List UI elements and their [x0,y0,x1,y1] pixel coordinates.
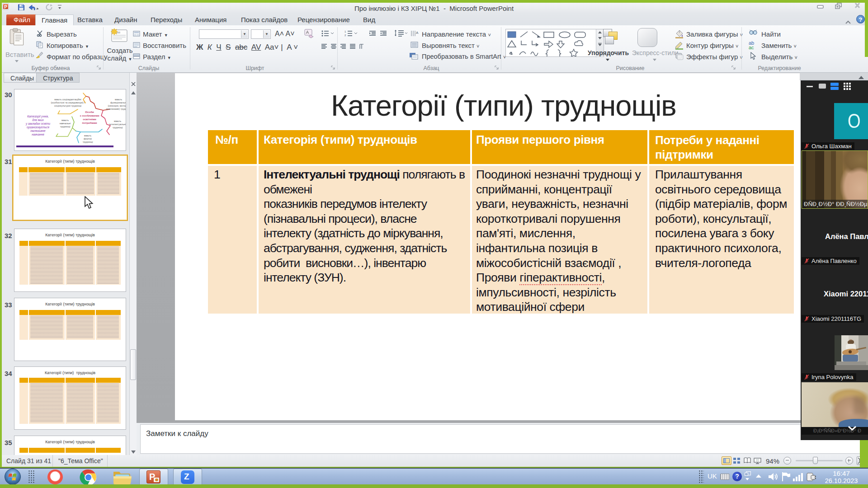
svg-text:фізичні: фізичні [84,137,92,140]
svg-text:2: 2 [344,34,346,37]
svg-text:(сенсорні, моторні,: (сенсорні, моторні, [108,104,126,107]
svg-text:мають: мають [115,98,122,101]
svg-text:Особи: Особи [85,110,94,113]
svg-text:мають: мають [84,134,91,137]
svg-text:мають: мають [114,120,121,122]
svg-text:труднощі: труднощі [113,126,123,129]
svg-text:навчальні: навчальні [60,122,71,125]
svg-text:для яких: для яких [32,118,44,122]
svg-text:мають соціоадаптаційні: мають соціоадаптаційні [54,98,81,101]
svg-text:мають: мають [61,119,69,122]
svg-text:функціональні: функціональні [110,101,126,104]
svg-text:труднощі: труднощі [60,125,71,128]
svg-text:труднощі: труднощі [83,141,93,143]
svg-text:організовується: організовується [27,126,49,129]
svg-text:інклюзивне: інклюзивне [30,129,46,132]
svg-text:1: 1 [344,30,346,33]
svg-text:інтелектуальні: інтелектуальні [109,123,126,126]
svg-text:A: A [416,31,419,35]
svg-text:з особливими: з особливими [80,114,99,117]
svg-text:у закладах освіти: у закладах освіти [25,122,50,126]
svg-text:навчання: навчання [32,133,44,136]
svg-text:(особистісні та середовищні) і: (особистісні та середовищні) і [51,101,85,104]
svg-text:Категорії учнів,: Категорії учнів, [27,115,49,118]
svg-text:освітніми: освітніми [83,117,96,121]
svg-text:мовленнєві) труднощі: мовленнєві) труднощі [106,108,126,110]
svg-text:соціокультурні труднощі: соціокультурні труднощі [54,104,81,107]
svg-text:потребами: потребами [82,121,97,124]
